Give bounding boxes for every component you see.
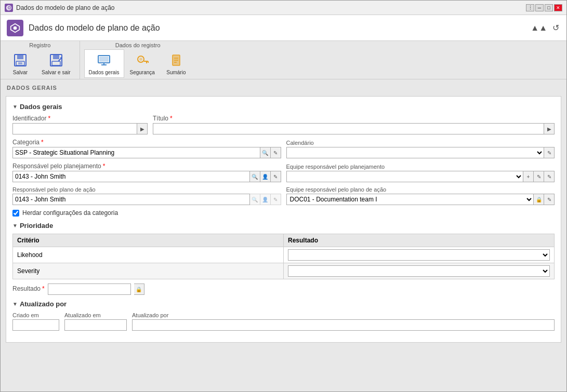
input-categoria[interactable]: [12, 147, 260, 158]
collapse-btn[interactable]: ▲▲: [530, 22, 548, 34]
input-categoria-wrapper: 🔍 ✎: [12, 147, 281, 158]
group-equipe-planejamento: Equipe responsável pelo planejamento + ✎…: [286, 164, 555, 182]
svg-rect-5: [17, 55, 23, 59]
label-categoria: Categoria *: [12, 139, 281, 146]
required-resp-planejamento: *: [103, 163, 106, 170]
group-criado-em: Criado em: [12, 312, 59, 331]
btn-resp-plano-search[interactable]: 🔍: [250, 194, 260, 205]
btn-calendario-edit[interactable]: ✎: [544, 147, 555, 158]
btn-equipe-plano-lock[interactable]: 🔒: [534, 194, 544, 205]
maximize-btn[interactable]: □: [545, 4, 553, 11]
svg-rect-9: [53, 55, 59, 59]
group-resp-planejamento: Responsável pelo planejamento * 🔍 👤 ✎: [12, 163, 281, 182]
collapse-header-dados[interactable]: ▼ Dados gerais: [12, 103, 555, 111]
resultado-row: Resultado * 🔒: [12, 283, 555, 295]
btn-equipe-edit2[interactable]: ✎: [544, 171, 555, 182]
tab-seguranca[interactable]: Segurança: [125, 49, 160, 78]
label-resp-planejamento: Responsável pelo planejamento *: [12, 163, 281, 170]
select-likehood[interactable]: [288, 249, 550, 261]
btn-resultado-icon[interactable]: 🔒: [134, 283, 144, 295]
tab-bar: Registro Salvar: [1, 41, 566, 79]
select-severity[interactable]: [288, 265, 550, 277]
btn-resp-edit[interactable]: ✎: [271, 171, 281, 182]
select-equipe-planejamento[interactable]: [286, 171, 524, 182]
input-resultado[interactable]: [48, 283, 131, 295]
close-btn[interactable]: ✕: [554, 4, 562, 11]
window-controls: ⋮ ─ □ ✕: [526, 4, 562, 11]
collapse-arrow-dados: ▼: [12, 104, 18, 110]
atualizado-section: ▼ Atualizado por Criado em Atualizado em…: [12, 300, 555, 331]
key-icon: [134, 52, 151, 69]
doc-icon: [168, 52, 184, 69]
btn-resp-plano-edit[interactable]: ✎: [271, 194, 281, 205]
input-identificador-wrapper: ▶: [12, 123, 148, 134]
tab-seguranca-label: Segurança: [130, 70, 155, 75]
tab-sumario[interactable]: Sumário: [161, 49, 192, 78]
table-row: Severity: [13, 263, 555, 279]
checkbox-row-herdar: Herdar configurações da categoria: [12, 209, 555, 217]
updated-fields-row: Criado em Atualizado em Atualizado por: [12, 312, 555, 331]
input-atualizado-em[interactable]: [64, 319, 127, 331]
group-titulo: Título * ▶: [153, 115, 555, 134]
tab-salvar-sair[interactable]: Salvar e sair: [37, 49, 75, 78]
required-resultado: *: [42, 285, 45, 292]
row-responsavel-planejamento: Responsável pelo planejamento * 🔍 👤 ✎ Eq…: [12, 163, 555, 182]
svg-rect-7: [18, 62, 22, 64]
input-titulo[interactable]: [153, 123, 544, 134]
collapse-arrow-atualizado: ▼: [12, 301, 18, 307]
input-resp-planejamento[interactable]: [12, 171, 250, 182]
svg-rect-10: [52, 61, 60, 65]
input-identificador[interactable]: [12, 123, 137, 134]
label-resp-plano: Responsável pelo plano de ação: [12, 186, 281, 193]
tab-dados-gerais[interactable]: Dados gerais: [84, 49, 124, 78]
titlebar-text: Dados do modelo de plano de ação: [16, 4, 526, 11]
input-resp-plano[interactable]: [12, 194, 250, 205]
btn-equipe-edit1[interactable]: ✎: [534, 171, 544, 182]
btn-categoria-search[interactable]: 🔍: [260, 147, 271, 158]
minimize-btn[interactable]: ─: [535, 4, 544, 11]
input-criado-em[interactable]: [12, 319, 59, 331]
checkbox-herdar[interactable]: [12, 210, 19, 217]
label-identificador: Identificador *: [12, 115, 148, 122]
resultado-likehood: [284, 247, 555, 263]
app-logo: [7, 20, 23, 36]
btn-resp-search[interactable]: 🔍: [250, 171, 260, 182]
select-calendario[interactable]: [286, 147, 545, 158]
input-resp-planejamento-wrapper: 🔍 👤 ✎: [12, 171, 281, 182]
row-categoria-calendario: Categoria * 🔍 ✎ Calendário: [12, 139, 555, 158]
label-titulo: Título *: [153, 115, 555, 122]
resultado-severity: [284, 263, 555, 279]
tab-dados-gerais-label: Dados gerais: [89, 70, 120, 75]
app-icon-small: ⚙: [5, 4, 13, 12]
input-atualizado-por[interactable]: [132, 319, 555, 331]
collapse-arrow-prioridade: ▼: [12, 223, 18, 228]
collapse-header-prioridade[interactable]: ▼ Prioridade: [12, 222, 555, 229]
prioridade-section: ▼ Prioridade Critério Resultado Likehood: [12, 222, 555, 295]
label-herdar: Herdar configurações da categoria: [22, 209, 118, 217]
label-resultado: Resultado *: [12, 285, 45, 292]
save-exit-icon: [48, 52, 64, 69]
refresh-btn[interactable]: ↺: [551, 22, 560, 34]
btn-resp-plano-person[interactable]: 👤: [260, 194, 271, 205]
collapse-header-atualizado[interactable]: ▼ Atualizado por: [12, 300, 555, 308]
btn-equipe-plus[interactable]: +: [523, 171, 534, 182]
btn-categoria-edit[interactable]: ✎: [271, 147, 281, 158]
btn-identificador-arrow[interactable]: ▶: [137, 123, 148, 134]
input-calendario-wrapper: ✎: [286, 147, 555, 158]
table-row: Likehood: [13, 247, 555, 263]
svg-point-17: [139, 58, 142, 61]
select-equipe-plano[interactable]: DOC01 - Documentation team I: [286, 194, 534, 205]
btn-resp-person[interactable]: 👤: [260, 171, 271, 182]
input-resp-plano-wrapper: 🔍 👤 ✎: [12, 194, 281, 205]
btn-equipe-plano-edit[interactable]: ✎: [544, 194, 555, 205]
collapse-title-dados: Dados gerais: [20, 103, 62, 111]
main-content: DADOS GERAIS ▼ Dados gerais Identificado…: [1, 79, 566, 391]
btn-titulo-arrow[interactable]: ▶: [544, 123, 555, 134]
menu-btn[interactable]: ⋮: [526, 4, 534, 11]
app-header: Dados do modelo de plano de ação ▲▲ ↺: [1, 15, 566, 41]
dados-gerais-section: ▼ Dados gerais Identificador * ▶: [12, 103, 555, 217]
tab-section-registro-label: Registro: [3, 41, 77, 48]
tab-salvar[interactable]: Salvar: [5, 49, 36, 78]
screen-icon: [96, 52, 112, 69]
main-window: ⚙ Dados do modelo de plano de ação ⋮ ─ □…: [0, 0, 567, 392]
